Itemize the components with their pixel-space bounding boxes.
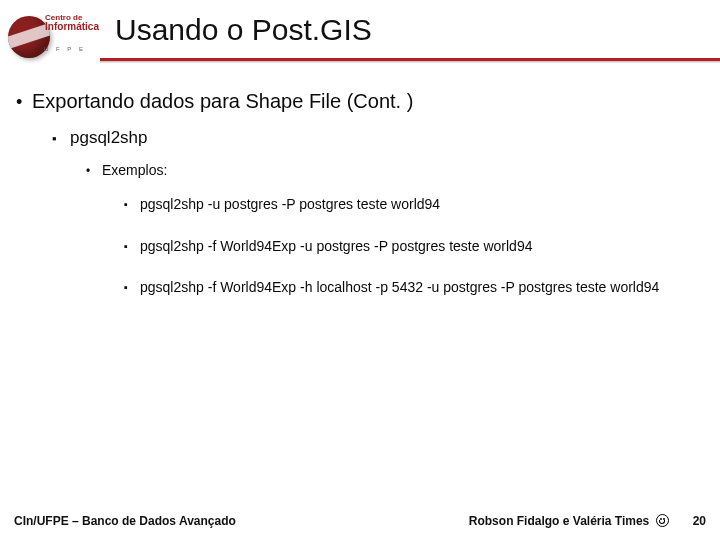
example-text: pgsql2shp -f World94Exp -u postgres -P p…: [140, 236, 700, 258]
bullet-square-icon: ▪: [124, 236, 140, 258]
bullet-dot-icon: •: [86, 162, 102, 180]
authors-text: Robson Fidalgo e Valéria Times: [469, 514, 650, 528]
bullet-level-2: ▪ pgsql2shp: [52, 128, 704, 150]
lvl2-text: pgsql2shp: [70, 128, 148, 150]
example-text: pgsql2shp -u postgres -P postgres teste …: [140, 194, 700, 216]
example-text: pgsql2shp -f World94Exp -h localhost -p …: [140, 277, 700, 299]
bullet-square-icon: ▪: [124, 277, 140, 299]
footer-authors: Robson Fidalgo e Valéria Times: [469, 514, 669, 528]
smile-icon: [656, 514, 669, 527]
bullet-level-1: • Exportando dados para Shape File (Cont…: [16, 90, 704, 114]
bullet-level-3: • Exemplos:: [86, 162, 704, 180]
example-item: ▪ pgsql2shp -f World94Exp -u postgres -P…: [124, 236, 700, 258]
example-item: ▪ pgsql2shp -f World94Exp -h localhost -…: [124, 277, 700, 299]
lvl1-text: Exportando dados para Shape File (Cont. …: [32, 90, 413, 114]
bullet-square-icon: ▪: [124, 194, 140, 216]
slide-content: • Exportando dados para Shape File (Cont…: [0, 72, 720, 299]
bullet-square-icon: ▪: [52, 128, 70, 150]
page-number: 20: [693, 514, 706, 528]
footer-left: CIn/UFPE – Banco de Dados Avançado: [14, 514, 236, 528]
title-divider: [100, 58, 720, 61]
bullet-dot-icon: •: [16, 90, 32, 114]
lvl3-text: Exemplos:: [102, 162, 167, 180]
logo-subtext: U F P E: [44, 46, 86, 52]
slide-header: Centro de Informática U F P E Usando o P…: [0, 0, 720, 72]
logo-text: Centro de Informática: [45, 14, 99, 33]
org-logo: Centro de Informática U F P E: [4, 8, 99, 68]
logo-line2: Informática: [45, 22, 99, 33]
example-item: ▪ pgsql2shp -u postgres -P postgres test…: [124, 194, 700, 216]
slide-footer: CIn/UFPE – Banco de Dados Avançado Robso…: [0, 514, 720, 528]
slide-title: Usando o Post.GIS: [115, 13, 372, 47]
